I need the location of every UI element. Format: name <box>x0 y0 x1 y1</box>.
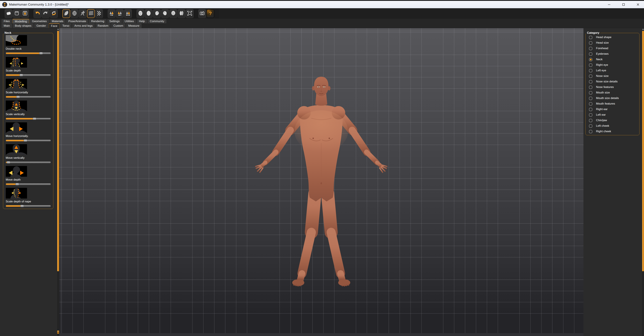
tab-random[interactable]: Random <box>95 23 111 28</box>
help-button[interactable]: ? <box>206 9 214 18</box>
category-option-nose-size[interactable]: Nose size <box>586 74 639 79</box>
scroll-up-button[interactable] <box>57 28 59 31</box>
redo-button[interactable] <box>42 9 50 18</box>
tab-custom[interactable]: Custom <box>111 23 126 28</box>
slider-handle[interactable] <box>24 139 27 142</box>
slider-handle[interactable] <box>7 161 10 163</box>
load-button[interactable] <box>13 9 21 18</box>
tab-arms-and-legs[interactable]: Arms and legs <box>72 23 95 28</box>
symmetry-both-button[interactable] <box>124 9 132 18</box>
slider-handle[interactable] <box>16 96 20 98</box>
front-view-button[interactable] <box>136 9 144 18</box>
slider-scale-depth[interactable] <box>6 74 51 76</box>
top-view-button[interactable] <box>170 9 177 18</box>
scrollbar-thumb[interactable] <box>57 31 59 271</box>
human-model[interactable] <box>254 76 388 287</box>
3d-viewport[interactable] <box>59 28 584 336</box>
category-option-right-cheek[interactable]: Right cheek <box>586 129 639 135</box>
reset-button[interactable] <box>50 9 58 18</box>
slider-move-horizontally-[interactable] <box>6 140 51 142</box>
tab-geometries[interactable]: Geometries <box>30 19 49 23</box>
scrollbar-thumb[interactable] <box>642 31 644 271</box>
background-button[interactable] <box>95 9 103 18</box>
radio-icon[interactable] <box>589 124 592 128</box>
left-panel-scrollbar[interactable] <box>57 28 59 336</box>
radio-icon[interactable] <box>589 86 592 89</box>
radio-icon[interactable] <box>589 97 592 100</box>
smooth-button[interactable] <box>62 9 70 18</box>
slider-scale-vertically[interactable] <box>6 118 51 120</box>
right-panel-scrollbar[interactable] <box>642 28 644 336</box>
radio-icon[interactable] <box>589 91 592 95</box>
category-option-chin-jaw[interactable]: Chin/jaw <box>586 118 639 124</box>
category-option-head-size[interactable]: Head size <box>586 41 639 46</box>
screenshot-button[interactable] <box>198 9 206 18</box>
category-option-nose-features[interactable]: Nose features <box>586 85 639 90</box>
slider-handle[interactable] <box>39 52 43 54</box>
radio-icon[interactable] <box>589 58 592 61</box>
minimize-button[interactable] <box>607 2 612 7</box>
category-option-right-ear[interactable]: Right ear <box>586 107 639 112</box>
pose-button[interactable] <box>79 9 86 18</box>
tab-measure[interactable]: Measure <box>126 23 142 28</box>
symmetry-left-button[interactable] <box>116 9 124 18</box>
radio-icon[interactable] <box>589 64 592 67</box>
radio-icon[interactable] <box>589 41 592 45</box>
radio-icon[interactable] <box>589 52 592 56</box>
radio-icon[interactable] <box>589 119 592 122</box>
category-option-left-ear[interactable]: Left ear <box>586 112 639 118</box>
side-view-button[interactable] <box>178 9 185 18</box>
radio-icon[interactable] <box>589 113 592 117</box>
grid-button[interactable] <box>87 9 95 18</box>
category-option-left-eye[interactable]: Left eye <box>586 68 639 74</box>
close-button[interactable] <box>636 2 640 7</box>
radio-icon[interactable] <box>589 108 592 111</box>
tab-gender[interactable]: Gender <box>34 23 48 28</box>
tab-modelling[interactable]: Modelling <box>12 19 29 23</box>
radio-icon[interactable] <box>589 75 592 78</box>
slider-move-vertically[interactable] <box>6 161 51 163</box>
tab-rendering[interactable]: Rendering <box>89 19 106 23</box>
left-view-button[interactable] <box>161 9 169 18</box>
scroll-down-button[interactable] <box>57 331 59 334</box>
tab-body-shapes[interactable]: Body shapes <box>12 23 34 28</box>
tab-help[interactable]: Help <box>136 19 147 23</box>
radio-icon[interactable] <box>589 69 592 72</box>
orthographic-view-button[interactable] <box>186 9 194 18</box>
maximize-button[interactable] <box>621 2 626 7</box>
category-option-head-shape[interactable]: Head shape <box>586 35 639 41</box>
wireframe-button[interactable] <box>70 9 78 18</box>
slider-double-neck[interactable] <box>6 52 51 54</box>
undo-button[interactable] <box>34 9 41 18</box>
category-option-right-eye[interactable]: Right eye <box>586 63 639 68</box>
tab-community[interactable]: Community <box>148 19 166 23</box>
radio-icon[interactable] <box>589 80 592 83</box>
right-view-button[interactable] <box>153 9 161 18</box>
radio-icon[interactable] <box>589 130 592 133</box>
category-option-left-cheek[interactable]: Left cheek <box>586 124 639 129</box>
radio-icon[interactable] <box>589 102 592 106</box>
category-option-neck[interactable]: Neck <box>586 57 639 63</box>
category-option-mouth-features[interactable]: Mouth features <box>586 101 639 107</box>
slider-scale-horizontally[interactable] <box>6 96 51 98</box>
scroll-up-button[interactable] <box>642 28 644 31</box>
slider-scale-depth-of-nape[interactable] <box>6 205 51 207</box>
back-view-button[interactable] <box>145 9 152 18</box>
slider-move-depth[interactable] <box>6 183 51 185</box>
slider-handle[interactable] <box>20 74 23 76</box>
slider-handle[interactable] <box>20 205 24 207</box>
category-option-nose-size-details[interactable]: Nose size details <box>586 79 639 85</box>
tab-face[interactable]: Face <box>49 23 60 28</box>
radio-icon[interactable] <box>589 47 592 50</box>
tab-settings[interactable]: Settings <box>107 19 122 23</box>
category-option-mouth-size-details[interactable]: Mouth size details <box>586 96 639 101</box>
slider-handle[interactable] <box>33 118 36 120</box>
tab-files[interactable]: Files <box>1 19 12 23</box>
tab-main[interactable]: Main <box>1 23 12 28</box>
symmetry-right-button[interactable] <box>108 9 116 18</box>
category-option-mouth-size[interactable]: Mouth size <box>586 90 639 96</box>
radio-icon[interactable] <box>589 36 592 39</box>
tab-utilities[interactable]: Utilities <box>122 19 136 23</box>
new-button[interactable] <box>5 9 12 18</box>
tab-materials[interactable]: Materials <box>50 19 66 23</box>
